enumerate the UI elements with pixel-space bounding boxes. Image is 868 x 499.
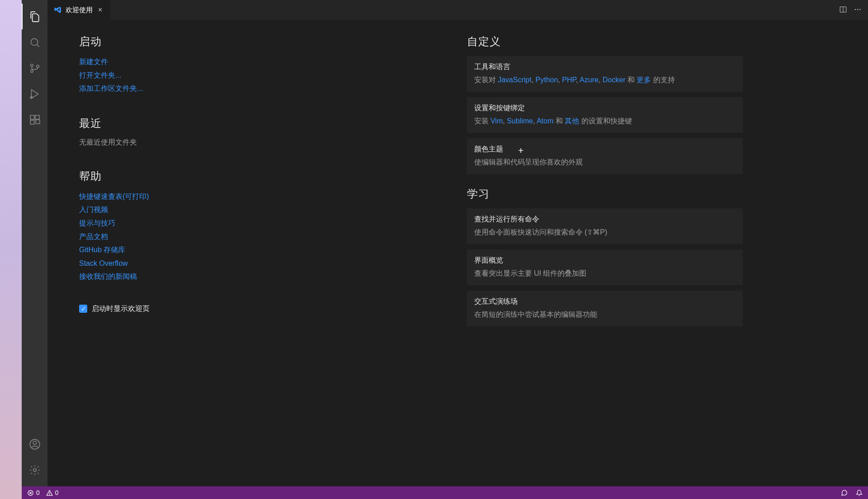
feedback-icon <box>841 490 848 496</box>
status-feedback[interactable] <box>841 490 848 496</box>
ellipsis-icon <box>854 5 862 14</box>
welcome-right-column: 自定义 工具和语言 安装对 JavaScript, Python, PHP, A… <box>467 34 743 472</box>
card-tools-title: 工具和语言 <box>474 62 736 72</box>
link-sublime[interactable]: Sublime <box>507 117 533 125</box>
link-add-workspace[interactable]: 添加工作区文件夹... <box>79 83 355 94</box>
help-heading: 帮助 <box>79 169 355 184</box>
status-errors-count: 0 <box>36 489 40 496</box>
tab-actions <box>839 0 868 20</box>
recent-empty: 无最近使用文件夹 <box>79 138 355 147</box>
status-errors[interactable]: 0 <box>27 489 40 496</box>
card-theme-title: 颜色主题 <box>474 145 736 154</box>
svg-point-10 <box>33 441 37 444</box>
activity-extensions[interactable] <box>22 107 47 132</box>
link-newsletter[interactable]: 接收我们的新闻稿 <box>79 271 355 282</box>
activity-bar <box>22 0 47 486</box>
activity-source-control[interactable] <box>22 55 47 81</box>
link-cheatsheet[interactable]: 快捷键速查表(可打印) <box>79 191 355 202</box>
start-heading: 启动 <box>79 34 355 49</box>
card-commands[interactable]: 查找并运行所有命令 使用命令面板快速访问和搜索命令 (⇧⌘P) <box>467 208 743 244</box>
checkbox-checked-icon[interactable]: ✓ <box>79 305 87 313</box>
link-tips[interactable]: 提示与技巧 <box>79 217 355 229</box>
link-docs[interactable]: 产品文档 <box>79 231 355 243</box>
activity-settings[interactable] <box>22 457 47 483</box>
link-open-folder[interactable]: 打开文件夹... <box>79 70 355 81</box>
link-azure[interactable]: Azure <box>580 76 599 84</box>
activity-accounts[interactable] <box>22 431 47 457</box>
card-tools-desc: 安装对 JavaScript, Python, PHP, Azure, Dock… <box>474 75 736 85</box>
files-icon <box>29 11 41 23</box>
status-right-group <box>841 490 863 496</box>
card-playground[interactable]: 交互式演练场 在简短的演练中尝试基本的编辑器功能 <box>467 291 743 326</box>
link-vim[interactable]: Vim <box>491 117 503 125</box>
help-section: 帮助 快捷键速查表(可打印) 入门视频 提示与技巧 产品文档 GitHub 存储… <box>79 169 355 282</box>
link-python[interactable]: Python <box>536 76 558 84</box>
customize-section: 自定义 工具和语言 安装对 JavaScript, Python, PHP, A… <box>467 34 743 174</box>
card-overview-title: 界面概览 <box>474 256 736 265</box>
link-php[interactable]: PHP <box>562 76 576 84</box>
debug-icon <box>29 88 41 100</box>
card-tools-languages[interactable]: 工具和语言 安装对 JavaScript, Python, PHP, Azure… <box>467 56 743 92</box>
activity-search[interactable] <box>22 29 47 55</box>
link-javascript[interactable]: JavaScript <box>498 76 532 84</box>
card-playground-title: 交互式演练场 <box>474 297 736 306</box>
welcome-page: 启动 新建文件 打开文件夹... 添加工作区文件夹... 最近 无最近使用文件夹… <box>47 20 868 486</box>
vscode-window: 欢迎使用 × 启动 <box>22 0 868 499</box>
recent-section: 最近 无最近使用文件夹 <box>79 116 355 147</box>
split-layout-icon <box>839 5 847 14</box>
search-icon <box>29 37 41 48</box>
card-keymaps-title: 设置和按键绑定 <box>474 104 736 113</box>
svg-point-11 <box>33 468 36 471</box>
link-docker[interactable]: Docker <box>603 76 626 84</box>
card-overview[interactable]: 界面概览 查看突出显示主要 UI 组件的叠加图 <box>467 250 743 285</box>
svg-point-21 <box>49 494 50 494</box>
learn-heading: 学习 <box>467 187 743 201</box>
split-editor-button[interactable] <box>839 5 847 15</box>
svg-point-3 <box>36 65 38 67</box>
welcome-left-column: 启动 新建文件 打开文件夹... 添加工作区文件夹... 最近 无最近使用文件夹… <box>79 34 355 472</box>
show-welcome-checkbox-row[interactable]: ✓ 启动时显示欢迎页 <box>79 304 355 314</box>
card-playground-desc: 在简短的演练中尝试基本的编辑器功能 <box>474 309 736 320</box>
account-icon <box>29 438 41 450</box>
tab-bar: 欢迎使用 × <box>47 0 868 20</box>
card-keymaps-desc: 安装 Vim, Sublime, Atom 和 其他 的设置和快捷键 <box>474 116 736 127</box>
card-commands-desc: 使用命令面板快速访问和搜索命令 (⇧⌘P) <box>474 227 736 238</box>
link-stack-overflow[interactable]: Stack Overflow <box>79 258 355 269</box>
customize-heading: 自定义 <box>467 34 743 49</box>
link-more-languages[interactable]: 更多 <box>637 76 651 84</box>
card-commands-title: 查找并运行所有命令 <box>474 215 736 224</box>
desktop-background-sliver <box>0 0 22 499</box>
svg-point-0 <box>31 38 38 45</box>
tab-welcome[interactable]: 欢迎使用 × <box>47 0 111 20</box>
learn-section: 学习 查找并运行所有命令 使用命令面板快速访问和搜索命令 (⇧⌘P) 界面概览 … <box>467 187 743 326</box>
gear-icon <box>29 464 41 476</box>
link-atom[interactable]: Atom <box>537 117 553 125</box>
card-keymaps[interactable]: 设置和按键绑定 安装 Vim, Sublime, Atom 和 其他 的设置和快… <box>467 97 743 133</box>
activity-explorer[interactable] <box>22 4 47 29</box>
status-warnings-count: 0 <box>55 489 59 496</box>
vscode-icon <box>54 6 62 14</box>
activity-bottom-group <box>22 431 47 483</box>
link-new-file[interactable]: 新建文件 <box>79 56 355 68</box>
more-actions-button[interactable] <box>854 5 862 15</box>
card-theme-desc: 使编辑器和代码呈现你喜欢的外观 <box>474 157 736 168</box>
status-warnings[interactable]: 0 <box>46 489 59 496</box>
start-section: 启动 新建文件 打开文件夹... 添加工作区文件夹... <box>79 34 355 94</box>
card-color-theme[interactable]: 颜色主题 使编辑器和代码呈现你喜欢的外观 <box>467 138 743 174</box>
svg-point-15 <box>857 9 858 9</box>
tab-close-icon[interactable]: × <box>96 6 104 14</box>
bell-icon <box>856 490 863 496</box>
status-bar: 0 0 <box>22 486 868 499</box>
link-github-repo[interactable]: GitHub 存储库 <box>79 244 355 256</box>
status-notifications[interactable] <box>856 490 863 496</box>
svg-point-2 <box>30 70 33 72</box>
link-intro-videos[interactable]: 入门视频 <box>79 204 355 216</box>
card-overview-desc: 查看突出显示主要 UI 组件的叠加图 <box>474 268 736 279</box>
svg-point-1 <box>30 64 33 66</box>
activity-run-debug[interactable] <box>22 81 47 107</box>
svg-rect-8 <box>36 120 40 124</box>
link-other-keymaps[interactable]: 其他 <box>565 117 579 125</box>
error-icon <box>27 490 34 496</box>
editor-area: 欢迎使用 × 启动 <box>47 0 868 486</box>
branch-icon <box>29 62 41 74</box>
